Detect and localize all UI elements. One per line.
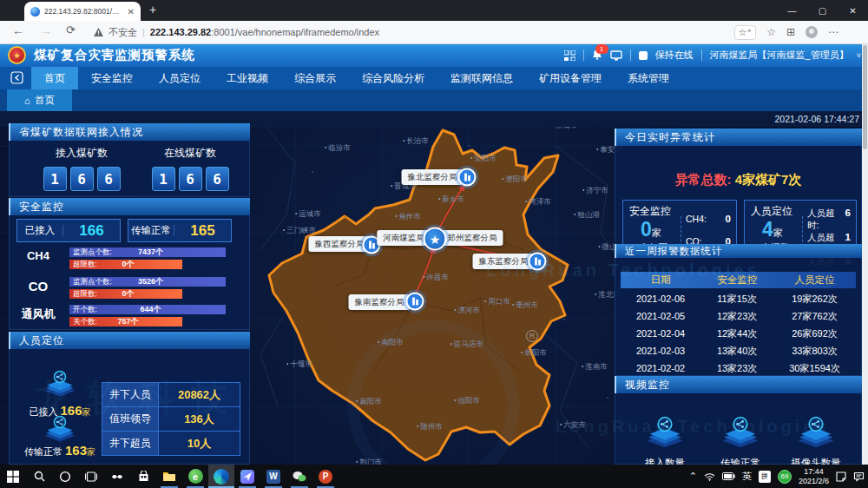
week-cell: 2021-02-02 bbox=[621, 363, 700, 373]
nav-item-综合展示[interactable]: 综合展示 bbox=[281, 67, 349, 89]
tab-home[interactable]: ⌂ 首页 bbox=[7, 89, 72, 111]
person-table: 井下人员20862人值班领导136人井下超员10人 bbox=[102, 382, 240, 456]
scrollbar-thumb[interactable] bbox=[863, 45, 867, 149]
window-maximize-button[interactable]: ▢ bbox=[807, 0, 838, 21]
stat-value: 166 bbox=[63, 222, 120, 240]
box-title: 人员定位 bbox=[751, 204, 792, 219]
page-scrollbar[interactable] bbox=[862, 43, 868, 465]
branch-marker-icon[interactable] bbox=[458, 168, 477, 187]
wifi-icon[interactable] bbox=[704, 472, 715, 481]
video-stat-1: 传输正常165家 bbox=[703, 416, 778, 465]
taskbar-cortana-icon[interactable] bbox=[52, 465, 78, 488]
panel-person-location: 人员定位 已接入 166家传输正常 163家井下人员20862人值班领导136人… bbox=[9, 332, 250, 465]
video-stat-0: 接入数量166家 bbox=[628, 416, 702, 465]
bar-label: 超限数: bbox=[73, 260, 97, 269]
platform-icon bbox=[15, 370, 105, 399]
city-label: 十堰市 bbox=[286, 359, 312, 370]
window-minimize-button[interactable]: — bbox=[777, 0, 807, 21]
system-tray: ⌃ 英 拼 69 17:442021/2/6 bbox=[689, 465, 865, 488]
taskbar-clock[interactable]: 17:442021/2/6 bbox=[799, 467, 829, 486]
nav-back-icon[interactable] bbox=[10, 71, 23, 84]
taskbar-edge-icon[interactable] bbox=[208, 465, 234, 488]
counter-digit: 6 bbox=[206, 167, 229, 191]
row-value: 20862人 bbox=[159, 383, 240, 407]
profile-avatar[interactable] bbox=[806, 26, 818, 38]
back-button[interactable]: ← bbox=[12, 23, 24, 37]
taskbar-word-icon[interactable]: W bbox=[260, 465, 286, 488]
bar-label: 关个数: bbox=[73, 317, 97, 326]
sticky-note-icon[interactable] bbox=[836, 472, 846, 482]
notification-bell-icon[interactable]: 1 bbox=[592, 49, 602, 62]
city-label: 驻马店市 bbox=[450, 340, 483, 350]
city-label: 南阳市 bbox=[378, 338, 404, 348]
counter-label: 接入煤矿数 bbox=[34, 146, 129, 161]
city-label: 阜阳市 bbox=[521, 348, 547, 359]
taskbar-wechat-icon[interactable] bbox=[286, 465, 312, 488]
panel-video-monitor: 视频监控 接入数量166家传输正常165家摄像头数量1579路 bbox=[615, 376, 862, 465]
nav-item-系统管理[interactable]: 系统管理 bbox=[615, 67, 682, 89]
app-header: ★ 煤矿复合灾害监测预警系统 1 保持在线 河南煤监局【河南煤监_管理员】 ˅ bbox=[0, 43, 868, 67]
address-bar[interactable]: 不安全 | 222.143.29.82:8001/vae/hnonemap/if… bbox=[94, 21, 379, 43]
metric-row: CH4:0 bbox=[686, 214, 731, 224]
nav-item-综合风险分析[interactable]: 综合风险分析 bbox=[349, 67, 437, 89]
panel-province-connect: 省煤矿数据联网接入情况 接入煤矿数166在线煤矿数166 bbox=[9, 123, 250, 198]
taskbar-search-icon[interactable] bbox=[26, 465, 52, 488]
favorites-icon[interactable]: ☆ bbox=[766, 26, 776, 38]
city-label: 襄阳市 bbox=[356, 397, 382, 407]
home-icon: ⌂ bbox=[24, 96, 30, 106]
bar-value: 0个 bbox=[122, 289, 135, 299]
bar-value: 3526个 bbox=[138, 277, 163, 287]
forward-button[interactable]: → bbox=[40, 23, 52, 37]
marker-label: 豫西监察分局 bbox=[309, 236, 371, 252]
qr-code-icon[interactable] bbox=[564, 50, 575, 61]
taskbar-file-explorer-icon[interactable] bbox=[156, 465, 182, 488]
tab-close-icon[interactable]: ✕ bbox=[128, 7, 135, 16]
week-row: 2021-02-0512家23次27家762次 bbox=[621, 307, 856, 325]
user-label[interactable]: 河南煤监局【河南煤监_管理员】 bbox=[710, 49, 849, 62]
week-cell: 2021-02-05 bbox=[621, 311, 700, 321]
branch-marker-icon[interactable] bbox=[529, 253, 547, 271]
taskbar-pinwheel-app-icon[interactable] bbox=[104, 465, 130, 488]
nav-item-安全监控[interactable]: 安全监控 bbox=[78, 67, 146, 89]
security-label: 不安全 bbox=[108, 26, 137, 39]
notification-center-icon[interactable] bbox=[853, 472, 865, 482]
browser-tab[interactable]: 222.143.29.82:8001/vae/hnonem ✕ bbox=[24, 2, 141, 21]
current-timestamp: 2021-02-06 17:44:27 bbox=[775, 114, 860, 124]
taskbar-stream-app-icon[interactable] bbox=[234, 465, 260, 488]
taskbar-powerpoint-icon[interactable]: P bbox=[312, 465, 339, 488]
nav-item-监测联网信息[interactable]: 监测联网信息 bbox=[437, 67, 526, 89]
refresh-button[interactable]: ⟳ bbox=[66, 23, 76, 36]
week-row: 2021-02-0611家15次19家262次 bbox=[621, 290, 856, 307]
branch-marker-icon[interactable] bbox=[406, 293, 424, 311]
table-row: 值班领导136人 bbox=[102, 407, 240, 432]
row-label: 值班领导 bbox=[102, 407, 159, 432]
taskbar-start-icon[interactable] bbox=[0, 465, 26, 488]
taskbar-green-browser-icon[interactable]: e bbox=[182, 465, 208, 488]
tray-expand-icon[interactable]: ⌃ bbox=[689, 471, 697, 482]
battery-icon[interactable] bbox=[722, 472, 735, 480]
collections-icon[interactable]: ⊞ bbox=[786, 26, 795, 38]
window-close-button[interactable]: ✕ bbox=[838, 0, 868, 21]
week-cell: 2021-02-03 bbox=[621, 346, 700, 356]
mine-counter-1: 在线煤矿数166 bbox=[142, 146, 238, 191]
nav-item-人员定位[interactable]: 人员定位 bbox=[146, 67, 214, 89]
stat-value: 165 bbox=[174, 222, 231, 240]
add-favorite-icon[interactable]: ☆⁺ bbox=[734, 25, 757, 40]
chevron-down-icon[interactable]: ˅ bbox=[857, 51, 861, 60]
more-menu-icon[interactable]: ⋯ bbox=[828, 26, 838, 38]
new-tab-button[interactable]: + bbox=[149, 3, 156, 16]
bar-label: 开个数: bbox=[73, 305, 97, 314]
nav-item-矿用设备管理[interactable]: 矿用设备管理 bbox=[526, 67, 615, 89]
ime-icon[interactable]: 拼 bbox=[759, 471, 771, 483]
taskbar-task-view-icon[interactable] bbox=[78, 465, 104, 488]
language-indicator[interactable]: 英 bbox=[742, 470, 752, 483]
monitor-icon[interactable] bbox=[610, 50, 622, 61]
nav-item-工业视频[interactable]: 工业视频 bbox=[214, 67, 281, 89]
taskbar-store-icon[interactable] bbox=[130, 465, 156, 488]
keep-online-checkbox[interactable] bbox=[639, 51, 648, 60]
nav-item-首页[interactable]: 首页 bbox=[31, 67, 78, 89]
panel-title: 人员定位 bbox=[9, 332, 250, 349]
tray-badge-69[interactable]: 69 bbox=[778, 470, 792, 484]
stat-bar-CO-1: 超限数:0个 bbox=[69, 289, 182, 299]
hq-star-marker-icon[interactable]: ★ bbox=[424, 228, 447, 251]
